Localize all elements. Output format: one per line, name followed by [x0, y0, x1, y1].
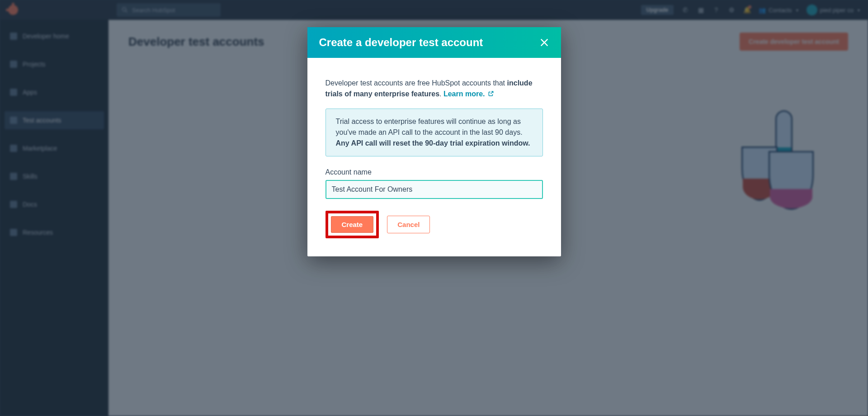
- account-name-input[interactable]: [326, 180, 543, 199]
- close-icon: [539, 38, 549, 47]
- modal-header: Create a developer test account: [307, 27, 561, 58]
- create-button[interactable]: Create: [331, 216, 374, 233]
- external-link-icon: [488, 90, 494, 97]
- create-test-account-modal: Create a developer test account Develope…: [307, 27, 561, 256]
- create-button-highlight: Create: [326, 211, 379, 238]
- modal-description: Developer test accounts are free HubSpot…: [326, 78, 543, 99]
- trial-info-callout: Trial access to enterprise features will…: [326, 109, 543, 156]
- cancel-button[interactable]: Cancel: [387, 216, 430, 233]
- modal-title: Create a developer test account: [319, 36, 483, 49]
- modal-close-button[interactable]: [539, 38, 549, 47]
- account-name-label: Account name: [326, 168, 543, 176]
- learn-more-link[interactable]: Learn more.: [443, 90, 494, 98]
